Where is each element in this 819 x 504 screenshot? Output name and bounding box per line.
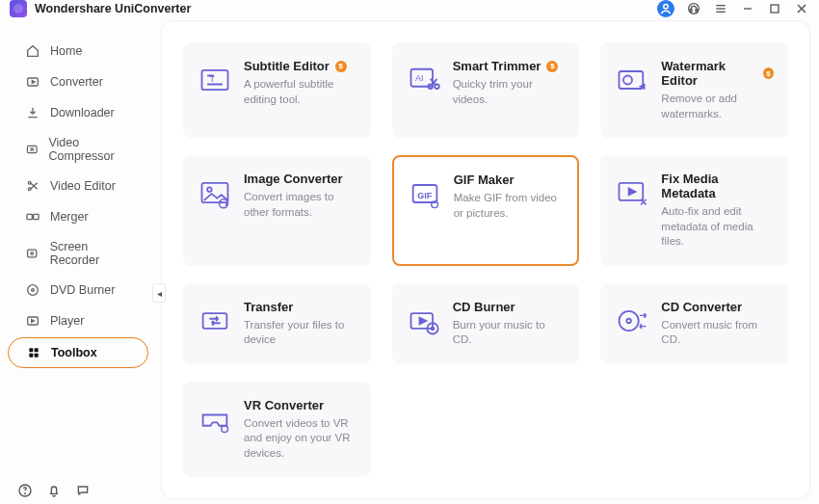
sidebar-item-label: Player (50, 314, 84, 328)
download-icon (25, 105, 40, 120)
bell-icon[interactable] (46, 483, 62, 498)
sidebar-collapse-handle[interactable]: ◂ (152, 283, 166, 303)
card-body: Subtitle Editor$ A powerful subtitle edi… (244, 59, 357, 121)
svg-marker-12 (32, 81, 35, 84)
sidebar: Home Converter Downloader Video Compress… (0, 17, 158, 504)
card-body: GIF Maker Make GIF from video or picture… (454, 172, 565, 249)
card-title: Fix Media Metadata (661, 172, 774, 200)
sidebar-item-converter[interactable]: Converter (8, 67, 148, 96)
svg-rect-16 (27, 214, 32, 219)
transfer-icon (198, 304, 232, 338)
card-desc: Quicky trim your videos. (453, 77, 566, 107)
svg-point-50 (627, 318, 632, 323)
svg-rect-44 (203, 313, 227, 329)
card-body: Fix Media Metadata Auto-fix and edit met… (661, 172, 774, 250)
sidebar-item-home[interactable]: Home (8, 37, 148, 66)
card-desc: Make GIF from video or pictures. (454, 191, 565, 221)
tool-card-image-converter[interactable]: Image Converter Convert images to other … (183, 155, 371, 266)
cd-burner-icon (407, 304, 441, 338)
sidebar-item-label: Video Compressor (48, 136, 139, 163)
sidebar-item-toolbox[interactable]: Toolbox (8, 337, 148, 368)
svg-rect-30 (202, 70, 228, 90)
cd-converter-icon (615, 304, 649, 338)
svg-text:T: T (209, 74, 215, 84)
gif-icon: GIF (408, 176, 442, 211)
sidebar-item-label: DVD Burner (50, 283, 115, 297)
card-title: VR Converter (244, 398, 324, 412)
sidebar-item-downloader[interactable]: Downloader (8, 98, 148, 127)
svg-point-0 (664, 5, 669, 10)
account-icon[interactable] (657, 0, 674, 17)
premium-badge: $ (763, 67, 774, 79)
tool-card-subtitle-editor[interactable]: T Subtitle Editor$ A powerful subtitle e… (183, 42, 371, 138)
sidebar-item-label: Converter (50, 75, 103, 89)
titlebar-right (657, 0, 809, 17)
sidebar-item-compressor[interactable]: Video Compressor (8, 129, 148, 170)
svg-point-21 (32, 289, 35, 292)
tool-card-vr-converter[interactable]: VR Converter Convert videos to VR and en… (183, 382, 371, 478)
tool-card-cd-converter[interactable]: CD Converter Convert music from CD. (600, 283, 788, 364)
sidebar-item-editor[interactable]: Video Editor (8, 172, 148, 200)
svg-rect-17 (34, 214, 39, 219)
card-body: Smart Trimmer$ Quicky trim your videos. (453, 59, 566, 121)
titlebar-left: Wondershare UniConverter (10, 0, 191, 17)
svg-point-14 (28, 181, 31, 184)
svg-rect-27 (35, 354, 39, 358)
card-desc: Transfer your files to device (244, 318, 357, 348)
feedback-icon[interactable] (75, 483, 91, 498)
premium-badge: $ (546, 61, 558, 72)
sidebar-item-merger[interactable]: Merger (8, 202, 148, 231)
card-body: CD Burner Burn your music to CD. (453, 300, 566, 348)
subtitle-icon: T (198, 63, 232, 97)
app-title: Wondershare UniConverter (35, 2, 191, 15)
svg-text:GIF: GIF (417, 191, 433, 200)
tool-card-smart-trimmer[interactable]: AI Smart Trimmer$ Quicky trim your video… (392, 42, 580, 138)
sidebar-item-dvdburner[interactable]: DVD Burner (8, 276, 148, 305)
card-body: CD Converter Convert music from CD. (661, 300, 774, 348)
disc-icon (25, 282, 40, 298)
sidebar-item-label: Video Editor (50, 179, 116, 193)
card-desc: Remove or add watermarks. (661, 92, 774, 121)
sidebar-item-label: Downloader (50, 106, 115, 119)
sidebar-item-label: Merger (50, 210, 89, 224)
svg-marker-23 (32, 320, 35, 323)
tool-card-cd-burner[interactable]: CD Burner Burn your music to CD. (392, 283, 580, 364)
svg-marker-46 (419, 317, 426, 324)
play-icon (25, 313, 40, 329)
tool-card-transfer[interactable]: Transfer Transfer your files to device (183, 283, 371, 364)
card-title: GIF Maker (454, 172, 515, 187)
premium-badge: $ (335, 61, 347, 72)
svg-rect-8 (771, 5, 779, 13)
card-desc: Burn your music to CD. (453, 318, 566, 348)
trimmer-icon: AI (407, 63, 441, 97)
card-desc: Auto-fix and edit metadata of media file… (661, 204, 774, 250)
sidebar-item-player[interactable]: Player (8, 306, 148, 335)
sidebar-item-label: Home (50, 44, 82, 58)
svg-point-39 (207, 187, 212, 192)
svg-point-29 (25, 493, 26, 494)
maximize-icon[interactable] (767, 1, 782, 16)
image-icon (198, 175, 232, 210)
home-icon (25, 43, 40, 59)
sidebar-item-recorder[interactable]: Screen Recorder (8, 233, 148, 274)
card-desc: Convert images to other formats. (244, 190, 357, 220)
card-title: Subtitle Editor (244, 59, 330, 73)
sidebar-item-label: Toolbox (51, 346, 97, 359)
card-body: Watermark Editor$ Remove or add watermar… (661, 59, 774, 121)
minimize-icon[interactable] (740, 1, 755, 16)
help-icon[interactable] (17, 483, 33, 498)
menu-icon[interactable] (713, 1, 728, 16)
watermark-icon (615, 63, 649, 97)
card-title: CD Burner (453, 300, 515, 314)
app-logo (10, 0, 27, 17)
tool-card-watermark-editor[interactable]: Watermark Editor$ Remove or add watermar… (600, 42, 788, 138)
card-desc: A powerful subtitle editing tool. (244, 77, 357, 107)
svg-point-20 (28, 285, 39, 296)
svg-text:AI: AI (415, 73, 424, 83)
close-icon[interactable] (794, 1, 809, 16)
toolbox-icon (26, 345, 41, 360)
tool-card-gif-maker[interactable]: GIF GIF Maker Make GIF from video or pic… (392, 155, 580, 266)
support-icon[interactable] (686, 1, 701, 16)
sidebar-footer (0, 473, 158, 504)
tool-card-fix-metadata[interactable]: Fix Media Metadata Auto-fix and edit met… (600, 155, 788, 266)
